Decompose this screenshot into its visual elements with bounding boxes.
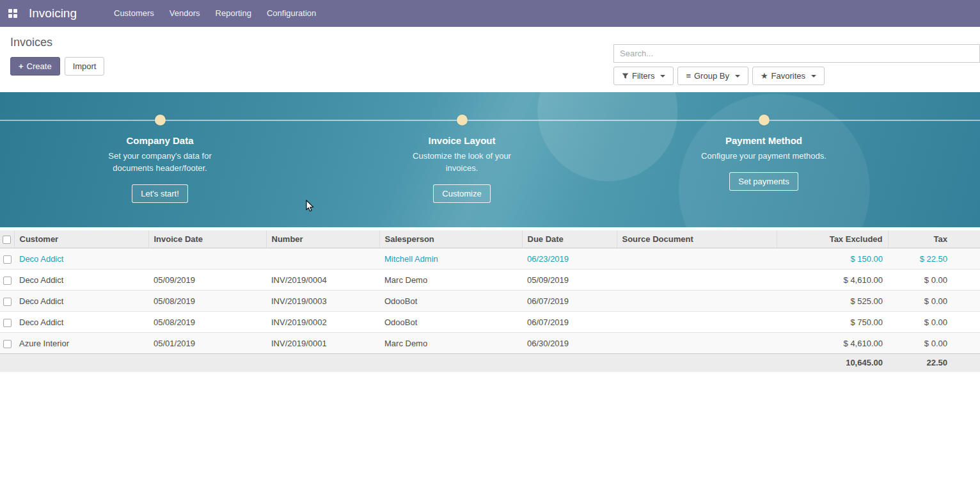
caret-down-icon [811, 75, 816, 77]
column-header-number[interactable]: Number [266, 230, 379, 248]
cell-due-date: 06/23/2019 [522, 248, 617, 269]
caret-down-icon [735, 75, 740, 77]
cell-source-document [617, 291, 777, 312]
nav-item-customers[interactable]: Customers [106, 0, 162, 27]
create-button[interactable]: + Create [10, 57, 60, 76]
cell-salesperson: Mitchell Admin [379, 248, 522, 269]
invoice-list: Customer Invoice Date Number Salesperson… [0, 230, 980, 372]
cell-invoice-date: 05/08/2019 [148, 291, 266, 312]
onboarding-step-payment-method: Payment Method Configure your payment me… [687, 115, 841, 191]
cell-tax: $ 22.50 [888, 248, 980, 269]
step-dot [759, 115, 770, 125]
cell-tax-excluded: $ 4,610.00 [777, 269, 888, 291]
invoice-table: Customer Invoice Date Number Salesperson… [0, 230, 980, 372]
group-by-icon: ≡ [686, 72, 691, 80]
cell-invoice-date: 05/08/2019 [148, 312, 266, 333]
cell-tax: $ 0.00 [888, 312, 980, 333]
cell-invoice-date: 05/01/2019 [148, 333, 266, 354]
create-button-label: Create [27, 61, 52, 71]
customize-button[interactable]: Customize [433, 184, 490, 203]
row-select-cell [0, 333, 14, 354]
cell-customer: Deco Addict [14, 269, 148, 291]
import-button[interactable]: Import [65, 57, 105, 76]
row-checkbox[interactable] [3, 319, 12, 327]
search-input[interactable] [613, 44, 980, 63]
caret-down-icon [660, 75, 665, 77]
cell-source-document [617, 269, 777, 291]
cell-invoice-date: 05/09/2019 [148, 269, 266, 291]
nav-menu: Customers Vendors Reporting Configuratio… [106, 0, 324, 27]
row-checkbox[interactable] [3, 298, 12, 306]
row-select-cell [0, 291, 14, 312]
step-dot [457, 115, 468, 125]
set-payments-button[interactable]: Set payments [729, 172, 798, 191]
cell-number: INV/2019/0004 [266, 269, 379, 291]
cell-source-document [617, 333, 777, 354]
invoice-row[interactable]: Azure Interior05/01/2019INV/2019/0001Mar… [0, 333, 980, 354]
cell-customer: Deco Addict [14, 312, 148, 333]
filter-icon [622, 72, 629, 79]
column-header-source-document[interactable]: Source Document [617, 230, 777, 248]
cell-tax-excluded: $ 4,610.00 [777, 333, 888, 354]
invoice-row[interactable]: Deco AddictMitchell Admin06/23/2019$ 150… [0, 248, 980, 269]
cell-customer: Deco Addict [14, 248, 148, 269]
nav-item-configuration[interactable]: Configuration [259, 0, 324, 27]
cell-salesperson: OdooBot [379, 291, 522, 312]
search-panel: Filters ≡ Group By ★ Favorites [613, 44, 980, 85]
app-title[interactable]: Invoicing [29, 6, 77, 20]
favorites-button[interactable]: ★ Favorites [752, 67, 825, 85]
nav-item-vendors[interactable]: Vendors [162, 0, 208, 27]
table-footer-row: 10,645.00 22.50 [0, 354, 980, 372]
cell-invoice-date [148, 248, 266, 269]
filters-button[interactable]: Filters [613, 67, 674, 85]
step-description: Customize the look of your invoices. [397, 150, 528, 175]
apps-menu-button[interactable] [5, 6, 20, 21]
table-header-row: Customer Invoice Date Number Salesperson… [0, 230, 980, 248]
group-by-button-label: Group By [694, 71, 729, 81]
row-checkbox[interactable] [3, 340, 12, 348]
control-panel: Invoices + Create Import Filters ≡ Group… [0, 36, 980, 92]
plus-icon: + [19, 61, 24, 71]
step-description: Set your company's data for documents he… [95, 150, 226, 175]
invoice-row[interactable]: Deco Addict05/09/2019INV/2019/0004Marc D… [0, 269, 980, 291]
group-by-button[interactable]: ≡ Group By [677, 67, 748, 85]
row-select-cell [0, 248, 14, 269]
cell-customer: Deco Addict [14, 291, 148, 312]
invoice-table-body: Deco AddictMitchell Admin06/23/2019$ 150… [0, 248, 980, 354]
onboarding-step-invoice-layout: Invoice Layout Customize the look of you… [385, 115, 539, 203]
select-all-checkbox[interactable] [3, 236, 11, 244]
row-checkbox[interactable] [3, 277, 12, 285]
column-header-tax-excluded[interactable]: Tax Excluded [777, 230, 888, 248]
cell-due-date: 06/07/2019 [522, 291, 617, 312]
apps-grid-icon [8, 9, 17, 18]
step-dot [155, 115, 166, 125]
step-title: Invoice Layout [428, 135, 495, 146]
cell-source-document [617, 312, 777, 333]
column-header-invoice-date[interactable]: Invoice Date [148, 230, 266, 248]
cell-customer: Azure Interior [14, 333, 148, 354]
top-nav: Invoicing Customers Vendors Reporting Co… [0, 0, 980, 27]
cell-tax-excluded: $ 525.00 [777, 291, 888, 312]
cell-number: INV/2019/0002 [266, 312, 379, 333]
total-tax: 22.50 [888, 354, 980, 372]
column-header-due-date[interactable]: Due Date [522, 230, 617, 248]
lets-start-button[interactable]: Let's start! [132, 184, 188, 203]
total-tax-excluded: 10,645.00 [777, 354, 888, 372]
invoice-row[interactable]: Deco Addict05/08/2019INV/2019/0002OdooBo… [0, 312, 980, 333]
nav-item-reporting[interactable]: Reporting [208, 0, 259, 27]
column-header-customer[interactable]: Customer [14, 230, 148, 248]
select-all-header[interactable] [0, 230, 14, 248]
onboarding-step-company-data: Company Data Set your company's data for… [83, 115, 237, 203]
row-checkbox[interactable] [3, 255, 12, 264]
invoice-row[interactable]: Deco Addict05/08/2019INV/2019/0003OdooBo… [0, 291, 980, 312]
footer-spacer [0, 354, 777, 372]
cell-number [266, 248, 379, 269]
column-header-tax[interactable]: Tax [888, 230, 980, 248]
step-title: Company Data [126, 135, 193, 146]
cell-salesperson: Marc Demo [379, 333, 522, 354]
column-header-salesperson[interactable]: Salesperson [379, 230, 522, 248]
step-description: Configure your payment methods. [699, 150, 830, 163]
cell-tax: $ 0.00 [888, 291, 980, 312]
filter-buttons: Filters ≡ Group By ★ Favorites [613, 67, 980, 85]
cell-tax-excluded: $ 750.00 [777, 312, 888, 333]
